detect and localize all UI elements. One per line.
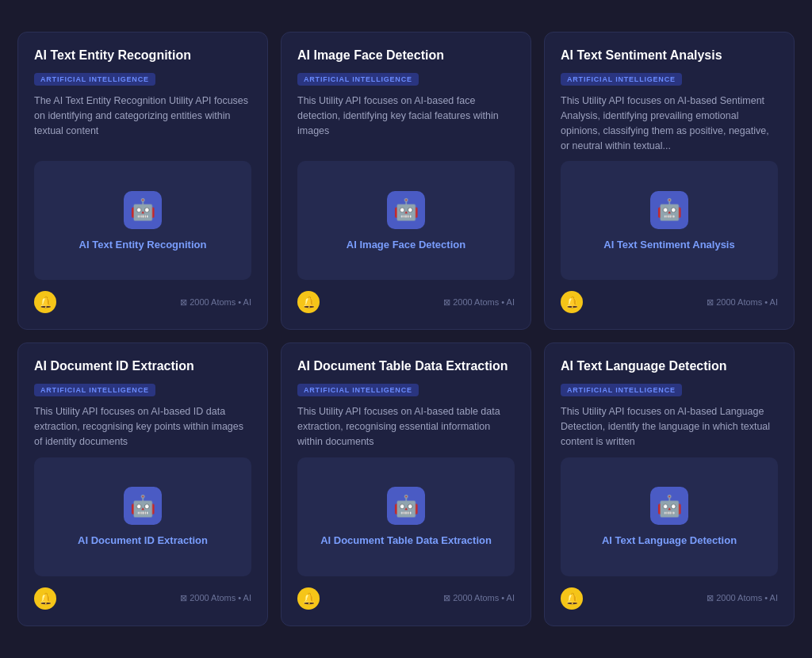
bell-icon-image-face[interactable]: 🔔 [297, 291, 320, 313]
card-title-text-lang: AI Text Language Detection [561, 359, 778, 373]
card-title-text-entity: AI Text Entity Recognition [34, 48, 251, 63]
card-preview-text-sentiment: 🤖 AI Text Sentiment Analysis [561, 161, 778, 280]
card-footer-doc-id: 🔔 ⊠ 2000 Atoms • AI [34, 584, 251, 610]
atoms-label-text-lang: ⊠ 2000 Atoms • AI [707, 593, 778, 603]
card-footer-doc-table: 🔔 ⊠ 2000 Atoms • AI [297, 584, 515, 610]
badge-text-sentiment: ARTIFICIAL INTELLIGENCE [561, 73, 682, 86]
card-doc-id[interactable]: AI Document ID Extraction ARTIFICIAL INT… [17, 342, 268, 625]
card-preview-image-face: 🤖 AI Image Face Detection [297, 161, 515, 280]
card-preview-text-lang: 🤖 AI Text Language Detection [561, 457, 778, 576]
badge-doc-id: ARTIFICIAL INTELLIGENCE [34, 384, 155, 396]
atoms-label-text-entity: ⊠ 2000 Atoms • AI [180, 297, 251, 308]
card-text-entity[interactable]: AI Text Entity Recognition ARTIFICIAL IN… [17, 32, 268, 330]
bell-icon-text-sentiment[interactable]: 🔔 [561, 291, 583, 313]
card-title-doc-table: AI Document Table Data Extraction [297, 359, 515, 373]
robot-icon-text-sentiment: 🤖 [657, 197, 682, 222]
robot-icon-wrapper-doc-id: 🤖 [124, 487, 162, 525]
card-footer-text-lang: 🔔 ⊠ 2000 Atoms • AI [561, 584, 778, 610]
robot-icon-text-entity: 🤖 [130, 197, 155, 222]
card-footer-text-entity: 🔔 ⊠ 2000 Atoms • AI [34, 288, 251, 313]
card-desc-doc-id: This Utility API focuses on AI-based ID … [34, 404, 251, 449]
preview-label-text-lang: AI Text Language Detection [594, 534, 745, 546]
badge-image-face: ARTIFICIAL INTELLIGENCE [297, 73, 419, 86]
card-footer-text-sentiment: 🔔 ⊠ 2000 Atoms • AI [561, 288, 778, 313]
robot-icon-wrapper-image-face: 🤖 [387, 191, 425, 229]
preview-label-text-sentiment: AI Text Sentiment Analysis [596, 239, 742, 251]
robot-icon-text-lang: 🤖 [657, 494, 682, 518]
robot-icon-doc-table: 🤖 [393, 494, 419, 518]
preview-label-text-entity: AI Text Entity Recognition [71, 239, 215, 251]
card-text-lang[interactable]: AI Text Language Detection ARTIFICIAL IN… [544, 342, 795, 625]
card-desc-text-entity: The AI Text Entity Recognition Utility A… [34, 94, 251, 153]
card-title-image-face: AI Image Face Detection [297, 48, 515, 63]
bell-icon-doc-table[interactable]: 🔔 [297, 587, 320, 610]
robot-icon-wrapper-text-entity: 🤖 [124, 191, 162, 229]
card-desc-doc-table: This Utility API focuses on AI-based tab… [297, 404, 515, 449]
card-preview-text-entity: 🤖 AI Text Entity Recognition [34, 161, 251, 280]
card-preview-doc-id: 🤖 AI Document ID Extraction [34, 457, 251, 576]
card-footer-image-face: 🔔 ⊠ 2000 Atoms • AI [297, 288, 515, 313]
robot-icon-image-face: 🤖 [393, 197, 419, 222]
card-desc-image-face: This Utility API focuses on AI-based fac… [297, 94, 515, 153]
preview-label-image-face: AI Image Face Detection [339, 239, 473, 251]
card-desc-text-sentiment: This Utility API focuses on AI-based Sen… [561, 94, 778, 153]
badge-text-entity: ARTIFICIAL INTELLIGENCE [34, 73, 155, 86]
bell-icon-text-entity[interactable]: 🔔 [34, 291, 56, 313]
robot-icon-doc-id: 🤖 [130, 494, 155, 518]
atoms-label-doc-id: ⊠ 2000 Atoms • AI [180, 593, 251, 603]
bell-icon-text-lang[interactable]: 🔔 [561, 587, 583, 610]
atoms-label-text-sentiment: ⊠ 2000 Atoms • AI [707, 297, 778, 308]
card-preview-doc-table: 🤖 AI Document Table Data Extraction [297, 457, 515, 576]
card-image-face[interactable]: AI Image Face Detection ARTIFICIAL INTEL… [281, 32, 531, 330]
card-desc-text-lang: This Utility API focuses on AI-based Lan… [561, 404, 778, 449]
robot-icon-wrapper-text-sentiment: 🤖 [650, 191, 688, 229]
card-title-doc-id: AI Document ID Extraction [34, 359, 251, 373]
bell-icon-doc-id[interactable]: 🔔 [34, 587, 56, 610]
cards-grid: AI Text Entity Recognition ARTIFICIAL IN… [17, 32, 795, 625]
preview-label-doc-id: AI Document ID Extraction [70, 534, 216, 546]
badge-text-lang: ARTIFICIAL INTELLIGENCE [561, 384, 682, 396]
atoms-label-doc-table: ⊠ 2000 Atoms • AI [443, 593, 515, 603]
atoms-label-image-face: ⊠ 2000 Atoms • AI [443, 297, 515, 308]
robot-icon-wrapper-text-lang: 🤖 [650, 487, 688, 525]
preview-label-doc-table: AI Document Table Data Extraction [312, 534, 500, 546]
card-doc-table[interactable]: AI Document Table Data Extraction ARTIFI… [281, 342, 531, 625]
badge-doc-table: ARTIFICIAL INTELLIGENCE [297, 384, 419, 396]
robot-icon-wrapper-doc-table: 🤖 [387, 487, 425, 525]
card-text-sentiment[interactable]: AI Text Sentiment Analysis ARTIFICIAL IN… [544, 32, 795, 330]
card-title-text-sentiment: AI Text Sentiment Analysis [561, 48, 778, 63]
